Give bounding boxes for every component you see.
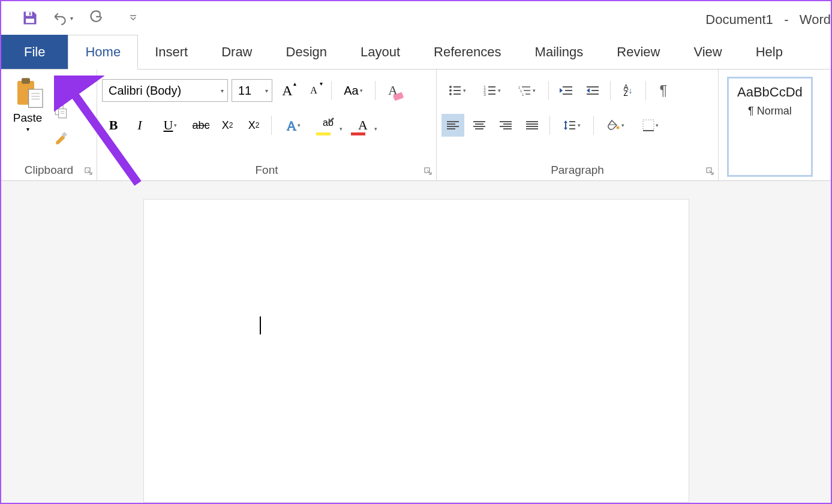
chevron-down-icon: ▾ (174, 122, 177, 128)
ribbon: Paste ▾ Clipboard Calibri (Bo (1, 70, 831, 181)
change-case-button[interactable]: Aa▾ (338, 79, 369, 102)
tab-insert[interactable]: Insert (138, 35, 205, 69)
tab-references[interactable]: References (417, 35, 518, 69)
group-styles: AaBbCcDd ¶ Normal (719, 70, 831, 180)
strikethrough-button[interactable]: abc (190, 114, 212, 137)
font-name-value: Calibri (Body) (109, 84, 181, 98)
show-hide-button[interactable]: ¶ (652, 79, 675, 102)
title-separator: - (784, 12, 788, 27)
align-right-button[interactable] (494, 114, 517, 137)
borders-button[interactable]: ▾ (635, 114, 666, 137)
chevron-down-icon: ▾ (578, 122, 581, 128)
underline-button[interactable]: U▾ (155, 114, 186, 137)
chevron-down-icon: ▾ (621, 122, 624, 128)
decrease-indent-button[interactable] (555, 79, 578, 102)
svg-point-21 (449, 89, 452, 92)
chevron-down-icon: ▾ (498, 87, 501, 93)
svg-rect-6 (29, 89, 43, 107)
text-effects-button[interactable]: A▾ (278, 114, 309, 137)
group-label-font: Font (97, 164, 436, 177)
increase-indent-button[interactable] (581, 79, 604, 102)
sort-button[interactable]: AZ↓ (617, 79, 639, 102)
group-label-clipboard: Clipboard (1, 164, 97, 177)
tab-help[interactable]: Help (739, 35, 800, 69)
tab-review[interactable]: Review (600, 35, 677, 69)
document-area (1, 181, 831, 503)
style-preview-text: AaBbCcDd (737, 84, 803, 100)
bullets-button[interactable]: ▾ (441, 79, 473, 102)
highlight-button[interactable]: ab▾ (313, 114, 344, 137)
customize-qat-button[interactable] (122, 7, 144, 29)
tab-layout[interactable]: Layout (344, 35, 417, 69)
tab-home[interactable]: Home (68, 35, 138, 70)
font-launcher[interactable] (424, 167, 432, 176)
highlight-swatch (316, 132, 331, 135)
italic-button[interactable]: I (128, 114, 151, 137)
paste-button[interactable] (13, 77, 42, 108)
tab-design[interactable]: Design (269, 35, 344, 69)
numbering-button[interactable]: 123▾ (476, 79, 507, 102)
chevron-down-icon: ▾ (656, 122, 659, 128)
group-font: Calibri (Body) ▾ 11 ▾ A▴ A▾ Aa▾ A B I U▾… (97, 70, 437, 180)
clipboard-launcher[interactable] (85, 167, 93, 176)
cut-button[interactable] (52, 76, 71, 95)
chevron-down-icon: ▾ (360, 87, 363, 93)
svg-point-23 (449, 93, 452, 95)
superscript-button[interactable]: X2 (242, 114, 265, 137)
quick-access-toolbar: ▾ Document1 - Word (1, 1, 831, 35)
shrink-font-button[interactable]: A▾ (302, 79, 325, 102)
format-painter-button[interactable] (52, 128, 71, 147)
font-color-swatch (351, 132, 365, 135)
svg-point-47 (616, 126, 619, 129)
shading-button[interactable]: ▾ (600, 114, 631, 137)
clear-formatting-button[interactable]: A (382, 79, 404, 102)
svg-point-19 (449, 86, 452, 88)
app-name: Word (800, 12, 831, 27)
paragraph-launcher[interactable] (706, 167, 714, 176)
svg-rect-5 (22, 78, 30, 83)
bold-button[interactable]: B (102, 114, 125, 137)
tab-draw[interactable]: Draw (205, 35, 269, 69)
multilevel-list-button[interactable]: 111▾ (511, 79, 542, 102)
svg-rect-48 (643, 120, 654, 131)
paste-label: Paste (13, 111, 43, 125)
font-color-button[interactable]: A▾ (347, 114, 379, 137)
align-left-button[interactable] (441, 114, 464, 137)
svg-rect-0 (26, 12, 32, 16)
style-name-text: ¶ Normal (748, 105, 792, 117)
chevron-down-icon: ▾ (533, 87, 536, 93)
title-bar: Document1 - Word (705, 12, 831, 28)
tab-view[interactable]: View (677, 35, 738, 69)
redo-button[interactable] (84, 7, 106, 29)
svg-point-10 (56, 87, 59, 90)
align-center-button[interactable] (468, 114, 491, 137)
font-size-value: 11 (238, 84, 251, 98)
ribbon-tabs: File Home Insert Draw Design Layout Refe… (1, 35, 831, 70)
font-name-combo[interactable]: Calibri (Body) ▾ (102, 79, 228, 102)
chevron-down-icon: ▾ (463, 87, 466, 93)
chevron-down-icon: ▾ (340, 126, 343, 132)
svg-rect-2 (29, 13, 31, 16)
line-spacing-button[interactable]: ▾ (556, 114, 587, 137)
group-clipboard: Paste ▾ Clipboard (1, 70, 97, 180)
chevron-down-icon: ▾ (374, 126, 377, 132)
chevron-down-icon: ▾ (265, 87, 268, 94)
justify-button[interactable] (521, 114, 543, 137)
subscript-button[interactable]: X2 (216, 114, 239, 137)
undo-button[interactable]: ▾ (52, 7, 73, 29)
document-page[interactable] (143, 199, 689, 503)
paste-dropdown-icon[interactable]: ▾ (26, 126, 29, 132)
undo-dropdown-icon: ▾ (70, 15, 73, 22)
tab-mailings[interactable]: Mailings (518, 35, 600, 69)
svg-point-11 (63, 87, 67, 90)
copy-button[interactable] (52, 102, 71, 121)
tab-file[interactable]: File (1, 35, 68, 69)
style-normal[interactable]: AaBbCcDd ¶ Normal (727, 77, 813, 177)
font-size-combo[interactable]: 11 ▾ (232, 79, 272, 102)
chevron-down-icon: ▾ (221, 87, 224, 94)
text-cursor (260, 316, 261, 334)
save-button[interactable] (19, 7, 41, 29)
grow-font-button[interactable]: A▴ (276, 79, 299, 102)
group-paragraph: ▾ 123▾ 111▾ AZ↓ ¶ ▾ ▾ ▾ (437, 70, 719, 180)
document-title: Document1 (705, 12, 773, 27)
